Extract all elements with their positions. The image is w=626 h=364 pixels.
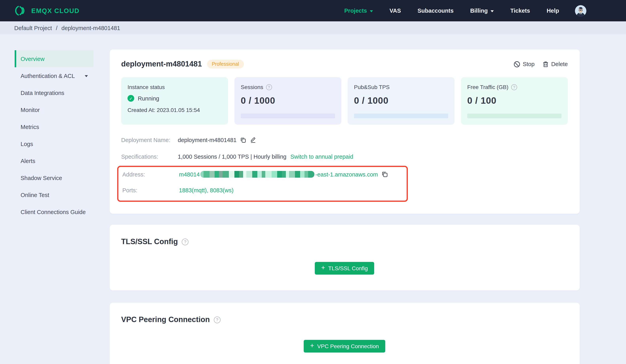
- plus-icon: +: [310, 342, 314, 350]
- nav-vas[interactable]: VAS: [390, 7, 401, 14]
- top-navbar: EMQX CLOUD Projects VAS Subaccounts Bill…: [0, 0, 626, 21]
- breadcrumb-project[interactable]: Default Project: [14, 25, 52, 31]
- user-avatar[interactable]: [575, 5, 587, 16]
- copy-icon: [382, 171, 388, 178]
- deployment-name-value: deployment-m4801481: [178, 137, 236, 143]
- created-at: Created At: 2023.01.05 15:54: [127, 107, 222, 113]
- emqx-logo-icon: [14, 5, 27, 17]
- annotation-highlight-box: Address: m48014 -east-1.amazonaws.com: [117, 166, 408, 202]
- copy-deployment-name-button[interactable]: [240, 137, 246, 143]
- chevron-down-icon: [85, 75, 88, 77]
- add-vpc-peering-connection-button[interactable]: + VPC Peering Connection: [304, 340, 385, 353]
- sessions-progress-bar: [241, 113, 335, 118]
- plus-icon: +: [321, 264, 325, 272]
- nav-help[interactable]: Help: [547, 7, 559, 14]
- breadcrumb-separator: /: [56, 25, 57, 31]
- deployment-name-label: Deployment Name:: [121, 137, 178, 143]
- deployment-overview-card: deployment-m4801481 Professional Stop: [110, 49, 580, 214]
- help-icon[interactable]: ?: [182, 238, 189, 245]
- traffic-label: Free Traffic (GB): [467, 84, 509, 90]
- sidebar: Overview Authentication & ACL Data Integ…: [15, 50, 93, 220]
- copy-icon: [240, 137, 246, 143]
- sidebar-item-shadow-service[interactable]: Shadow Service: [15, 169, 93, 186]
- add-tls-ssl-config-button[interactable]: + TLS/SSL Config: [315, 262, 374, 275]
- stop-icon: [513, 61, 520, 68]
- running-check-icon: ✓: [127, 95, 134, 102]
- pubsub-tps-card: Pub&Sub TPS 0 / 1000: [348, 77, 455, 125]
- delete-button[interactable]: Delete: [543, 61, 568, 68]
- tps-value: 0 / 1000: [354, 95, 448, 106]
- brand-name: EMQX CLOUD: [31, 7, 79, 14]
- traffic-value: 0 / 100: [467, 95, 561, 106]
- address-prefix: m48014: [179, 171, 200, 178]
- sidebar-item-client-connections-guide[interactable]: Client Connections Guide: [15, 203, 93, 220]
- stop-button[interactable]: Stop: [513, 61, 535, 68]
- help-icon[interactable]: ?: [511, 84, 517, 90]
- nav-billing[interactable]: Billing: [470, 7, 494, 14]
- instance-status-value: Running: [138, 95, 159, 102]
- instance-status-label: Instance status: [127, 84, 165, 90]
- address-label: Address:: [122, 171, 179, 178]
- vpc-peering-section-card: VPC Peering Connection ? + VPC Peering C…: [110, 303, 580, 364]
- specifications-value: 1,000 Sessions / 1,000 TPS | Hourly bill…: [178, 153, 286, 160]
- sidebar-item-online-test[interactable]: Online Test: [15, 186, 93, 203]
- nav-links: Projects VAS Subaccounts Billing Tickets…: [344, 5, 587, 16]
- address-redacted-mosaic: [200, 171, 314, 178]
- sidebar-item-authentication-acl[interactable]: Authentication & ACL: [15, 67, 93, 84]
- ports-value: 1883(mqtt), 8083(ws): [179, 187, 234, 193]
- help-icon[interactable]: ?: [214, 316, 221, 323]
- plan-badge: Professional: [207, 60, 244, 69]
- sidebar-item-metrics[interactable]: Metrics: [15, 118, 93, 135]
- sidebar-item-alerts[interactable]: Alerts: [15, 152, 93, 169]
- sessions-label: Sessions: [241, 84, 263, 90]
- tls-ssl-section-card: TLS/SSL Config ? + TLS/SSL Config: [110, 225, 580, 291]
- tls-section-title: TLS/SSL Config: [121, 237, 178, 246]
- chevron-down-icon: [491, 10, 494, 12]
- deployment-title: deployment-m4801481: [121, 60, 202, 69]
- address-suffix: -east-1.amazonaws.com: [315, 171, 378, 178]
- brand-logo[interactable]: EMQX CLOUD: [14, 5, 79, 17]
- help-icon[interactable]: ?: [266, 84, 272, 90]
- sidebar-item-overview[interactable]: Overview: [15, 50, 93, 67]
- sidebar-item-data-integrations[interactable]: Data Integrations: [15, 84, 93, 101]
- ports-label: Ports:: [122, 187, 179, 193]
- sessions-value: 0 / 1000: [241, 95, 335, 106]
- sessions-card: Sessions ? 0 / 1000: [235, 77, 341, 125]
- switch-annual-prepaid-link[interactable]: Switch to annual prepaid: [290, 153, 353, 160]
- edit-deployment-name-button[interactable]: [250, 137, 256, 143]
- copy-address-button[interactable]: [382, 171, 388, 178]
- trash-icon: [543, 61, 549, 68]
- sidebar-item-logs[interactable]: Logs: [15, 135, 93, 152]
- traffic-progress-bar: [467, 113, 561, 118]
- app-window: EMQX CLOUD Projects VAS Subaccounts Bill…: [0, 0, 626, 364]
- nav-tickets[interactable]: Tickets: [510, 7, 530, 14]
- tps-label: Pub&Sub TPS: [354, 84, 390, 90]
- tps-progress-bar: [354, 113, 448, 118]
- sidebar-item-monitor[interactable]: Monitor: [15, 101, 93, 118]
- breadcrumb-current: deployment-m4801481: [61, 25, 120, 31]
- free-traffic-card: Free Traffic (GB) ? 0 / 100: [461, 77, 568, 125]
- edit-pen-icon: [250, 137, 256, 143]
- nav-subaccounts[interactable]: Subaccounts: [418, 7, 454, 14]
- breadcrumb: Default Project / deployment-m4801481: [0, 21, 626, 35]
- nav-projects[interactable]: Projects: [344, 7, 373, 14]
- specifications-label: Specifications:: [121, 153, 178, 160]
- instance-status-card: Instance status ✓ Running Created At: 20…: [121, 77, 228, 125]
- vpc-section-title: VPC Peering Connection: [121, 315, 210, 324]
- chevron-down-icon: [370, 10, 373, 12]
